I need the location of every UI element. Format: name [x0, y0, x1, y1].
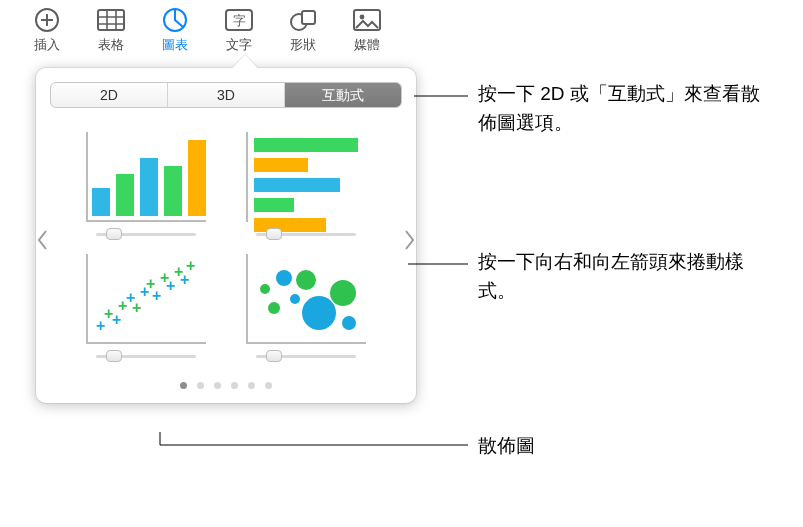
callout-scatter-label: 散佈圖 — [478, 432, 535, 461]
callout-tabs-hint: 按一下 2D 或「互動式」來查看散佈圖選項。 — [478, 80, 778, 137]
callout-arrows-hint: 按一下向右和向左箭頭來捲動樣式。 — [478, 248, 778, 305]
